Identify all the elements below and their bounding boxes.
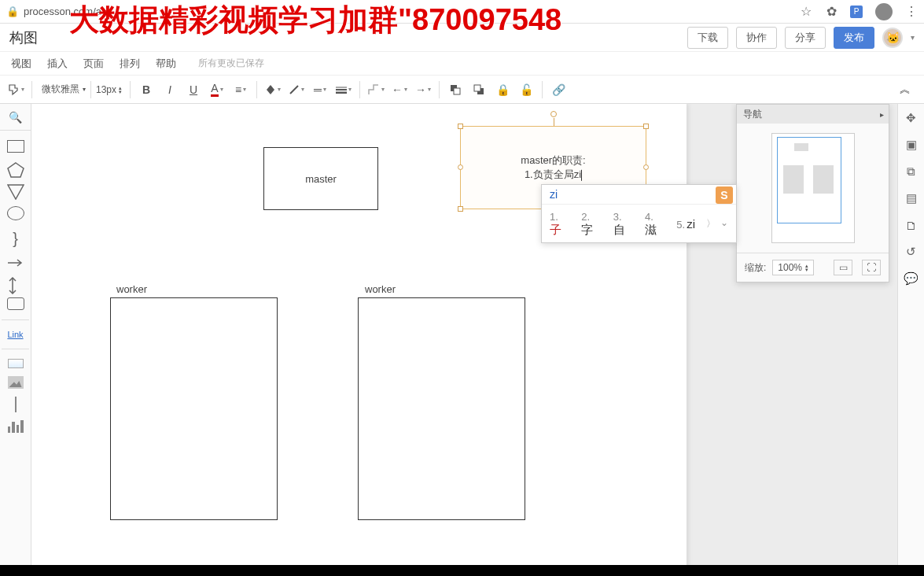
shape-pentagon[interactable] [7, 162, 24, 175]
bring-front-button[interactable] [444, 79, 466, 101]
bold-button[interactable]: B [135, 79, 157, 101]
publish-button[interactable]: 发布 [834, 27, 874, 49]
collapse-toolbar-icon[interactable]: ︽ [894, 79, 916, 101]
shape-brace[interactable]: } [7, 230, 24, 247]
shape-arrow-right[interactable] [7, 257, 24, 268]
download-button[interactable]: 下载 [687, 27, 728, 49]
text-cursor [581, 170, 582, 181]
unlock-button[interactable]: 🔓 [515, 79, 537, 101]
menu-page[interactable]: 页面 [83, 57, 104, 71]
bottom-strip [0, 565, 924, 576]
user-avatar[interactable]: 🐱 [882, 28, 903, 48]
extension-icon-2[interactable]: P [850, 6, 863, 18]
fit-width-button[interactable]: ▭ [834, 260, 852, 275]
link-button[interactable]: 🔗 [547, 79, 569, 101]
search-shapes-button[interactable]: 🔍 [0, 109, 31, 131]
ime-candidate-2[interactable]: 2.字 [581, 209, 602, 238]
line-style-button[interactable]: ═▾ [309, 79, 331, 101]
navigator-title: 导航 [743, 108, 762, 121]
align-button[interactable]: ≡▾ [230, 79, 252, 101]
navigator-preview[interactable] [771, 133, 855, 243]
navigator-collapse-icon[interactable]: ▸ [880, 110, 884, 119]
ime-prev-icon[interactable]: 〉 [706, 217, 716, 231]
shape-worker2-box[interactable] [358, 297, 525, 520]
shape-gradient-box[interactable] [8, 359, 24, 368]
style-icon[interactable]: ▣ [904, 137, 919, 153]
menu-view[interactable]: 视图 [11, 57, 31, 71]
fill-color-button[interactable]: ▾ [262, 79, 284, 101]
line-width-button[interactable]: ▾ [333, 79, 355, 101]
navigator-icon[interactable]: ✥ [904, 110, 919, 126]
metrics-icon[interactable]: ⧉ [904, 164, 919, 179]
resize-handle-bl[interactable] [458, 206, 463, 212]
resize-handle-tr[interactable] [643, 124, 649, 129]
profile-avatar-icon[interactable] [875, 3, 893, 20]
zoom-value-input[interactable]: 100%▴▾ [772, 260, 814, 275]
ime-candidate-4[interactable]: 4.滋 [645, 209, 665, 238]
right-tool-rail: ✥ ▣ ⧉ ▤ 🗋 ↺ 💬 [897, 104, 924, 576]
arrow-start-button[interactable]: ←▾ [388, 79, 410, 101]
browser-address-bar: 🔒 processon.com/a ☆ ✿ P ⋮ [0, 0, 924, 24]
menu-insert[interactable]: 插入 [47, 57, 68, 71]
arrow-end-button[interactable]: →▾ [412, 79, 434, 101]
font-family-select[interactable]: 微软雅黑▾ [37, 81, 91, 98]
lock-icon: 🔒 [6, 6, 19, 17]
format-painter-button[interactable]: ▾ [5, 79, 27, 101]
worker2-label[interactable]: worker [365, 283, 396, 295]
shape-bar-chart[interactable] [8, 420, 24, 433]
shape-rounded-rect[interactable] [7, 297, 24, 310]
rotate-handle[interactable] [550, 111, 557, 117]
link-shape[interactable]: Link [7, 330, 23, 339]
browser-menu-icon[interactable]: ⋮ [905, 6, 918, 18]
ime-popup: zi S 1.子 2.字 3.自 4.滋 5.zi 〉⌄ [541, 184, 737, 243]
svg-rect-4 [454, 88, 460, 94]
shape-palette: 🔍 } Link [0, 104, 31, 576]
menu-help[interactable]: 帮助 [156, 57, 176, 71]
lock-button[interactable]: 🔒 [491, 79, 514, 101]
text-color-button[interactable]: A▾ [206, 79, 228, 101]
document-title[interactable]: 构图 [9, 28, 38, 47]
avatar-dropdown-icon[interactable]: ▾ [911, 33, 915, 42]
font-size-select[interactable]: 13px▴▾ [93, 84, 125, 95]
shape-rectangle[interactable] [7, 140, 24, 153]
share-button[interactable]: 分享 [785, 27, 826, 49]
menu-arrange[interactable]: 排列 [120, 57, 140, 71]
canvas-area[interactable]: master master的职责: 1.负责全局zi worker worker [31, 104, 924, 576]
fit-page-button[interactable]: ⛶ [862, 260, 881, 275]
svg-marker-8 [8, 185, 24, 199]
shape-triangle-down[interactable] [7, 184, 24, 197]
ime-candidate-1[interactable]: 1.子 [550, 209, 570, 238]
shape-master-box[interactable]: master [263, 147, 378, 210]
page-url[interactable]: processon.com/a [24, 6, 800, 17]
shape-ellipse[interactable] [7, 206, 24, 220]
history-icon[interactable]: ↺ [904, 244, 919, 260]
layers-icon[interactable]: ▤ [904, 190, 919, 206]
pages-icon[interactable]: 🗋 [904, 217, 919, 233]
menu-bar: 视图 插入 页面 排列 帮助 所有更改已保存 [0, 52, 924, 76]
comments-icon[interactable]: 💬 [904, 271, 919, 286]
ime-input-text: zi [550, 188, 558, 201]
connector-button[interactable]: ▾ [365, 79, 387, 101]
text-line-2: 1.负责全局zi [525, 168, 581, 180]
collaborate-button[interactable]: 协作 [736, 27, 777, 49]
sogou-logo-icon: S [716, 186, 733, 204]
ime-candidate-5[interactable]: 5.zi [676, 217, 695, 231]
title-bar: 构图 下载 协作 分享 发布 🐱 ▾ [0, 24, 924, 52]
star-icon[interactable]: ☆ [800, 6, 812, 18]
shape-image[interactable] [8, 376, 24, 389]
shape-vline[interactable] [15, 397, 17, 412]
zoom-label: 缩放: [745, 261, 766, 275]
line-color-button[interactable]: ▾ [285, 79, 307, 101]
resize-handle-tl[interactable] [458, 124, 463, 129]
shape-arrow-updown[interactable] [7, 277, 24, 288]
extension-icon-1[interactable]: ✿ [825, 6, 837, 18]
send-back-button[interactable] [468, 79, 490, 101]
shape-worker1-box[interactable] [110, 297, 278, 520]
ime-next-icon[interactable]: ⌄ [720, 217, 728, 231]
svg-rect-6 [474, 85, 480, 91]
underline-button[interactable]: U [182, 79, 204, 101]
text-line-1: master的职责: [521, 154, 585, 166]
worker1-label[interactable]: worker [116, 283, 147, 295]
ime-candidate-3[interactable]: 3.自 [613, 209, 634, 238]
italic-button[interactable]: I [159, 79, 181, 101]
